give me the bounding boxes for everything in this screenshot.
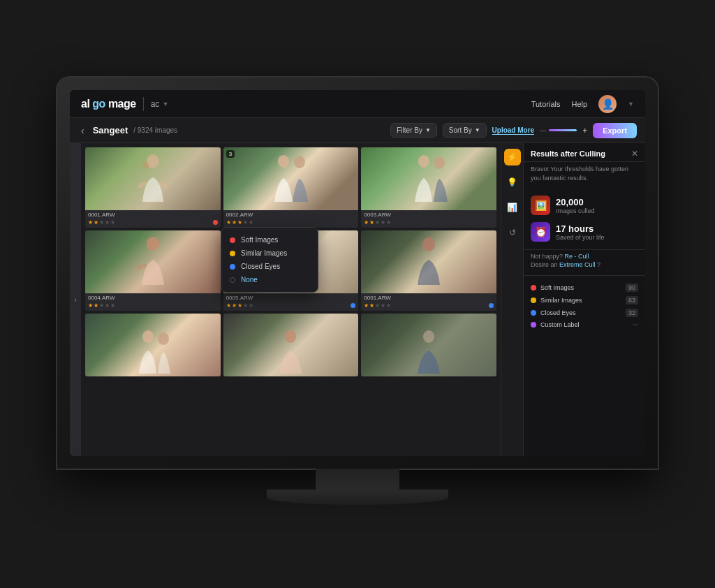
table-row[interactable]	[361, 314, 496, 376]
question-mark: ?	[597, 261, 600, 268]
table-row[interactable]	[85, 314, 221, 376]
table-row[interactable]: 0001.ARW ★ ★ ★ ★ ★	[361, 230, 496, 311]
table-row[interactable]	[223, 314, 359, 376]
sort-button[interactable]: Sort By ▼	[443, 123, 487, 138]
hours-saved-icon: ⏰	[531, 222, 550, 242]
similar-images-name: Similar Images	[540, 297, 621, 304]
sidebar-title: Results after Culling	[531, 149, 605, 158]
star-2: ★	[369, 219, 374, 226]
figure-svg	[408, 328, 450, 374]
dropdown-item-none[interactable]: None	[230, 273, 309, 286]
top-nav: algomage ac ▼ Tutorials Help 👤 ▼	[70, 90, 645, 118]
closed-eyes-dot	[531, 310, 536, 316]
star-rating[interactable]: ★ ★ ★ ★ ★	[226, 302, 253, 309]
dropdown-item-closed[interactable]: Closed Eyes	[230, 260, 309, 273]
chevron-right-icon: ›	[74, 296, 76, 304]
figure-svg	[128, 328, 177, 374]
similar-images-dot	[230, 251, 235, 256]
label-item-closed[interactable]: Closed Eyes 32	[531, 307, 638, 319]
svg-point-9	[422, 237, 435, 251]
table-row[interactable]: 3 0002.ARW ★ ★ ★ ★ ★	[223, 147, 359, 228]
label-item-similar[interactable]: Similar Images 63	[531, 294, 638, 307]
custom-label-count	[633, 324, 638, 325]
filter-label: Filter By	[397, 126, 422, 134]
extreme-cull-link[interactable]: Extreme Cull	[559, 261, 596, 268]
nav-right: Tutorials Help 👤 ▼	[531, 95, 634, 113]
similar-images-dot	[531, 297, 536, 303]
star-2: ★	[232, 302, 237, 309]
right-sidebar: Results after Culling ✕ Bravo! Your thre…	[523, 143, 645, 456]
star-1: ★	[88, 219, 93, 226]
star-4: ★	[243, 219, 248, 226]
icon-bar: ⚡ 💡 📊 ↺	[501, 143, 523, 456]
svg-point-4	[418, 155, 429, 168]
close-button[interactable]: ✕	[631, 149, 638, 159]
chart-button[interactable]: 📊	[504, 199, 521, 216]
star-rating[interactable]: ★ ★ ★ ★ ★	[88, 219, 115, 226]
sort-chevron-icon: ▼	[475, 127, 480, 133]
avatar-chevron-icon[interactable]: ▼	[628, 101, 634, 108]
svg-point-3	[294, 156, 305, 168]
star-rating[interactable]: ★ ★ ★ ★ ★	[88, 302, 115, 309]
back-button[interactable]: ‹	[78, 124, 87, 138]
nav-ac[interactable]: ac ▼	[151, 99, 169, 109]
label-dot	[489, 303, 494, 308]
plus-button[interactable]: +	[582, 126, 587, 135]
label-item-soft[interactable]: Soft Images 90	[531, 281, 638, 294]
star-rating[interactable]: ★ ★ ★ ★ ★	[364, 302, 391, 309]
svg-point-1	[142, 162, 149, 169]
help-link[interactable]: Help	[571, 100, 587, 108]
table-row[interactable]: 0004.ARW ★ ★ ★ ★ ★	[85, 230, 221, 311]
export-button[interactable]: Export	[593, 123, 637, 138]
logo-algo: al	[81, 98, 89, 110]
star-1: ★	[226, 219, 231, 226]
dropdown-item-soft[interactable]: Soft Images	[230, 233, 309, 247]
star-4: ★	[381, 302, 385, 309]
figure-svg	[270, 328, 311, 374]
flash-button[interactable]: ⚡	[504, 149, 521, 166]
filter-dropdown[interactable]: Soft Images Similar Images Closed Eyes	[221, 227, 318, 293]
label-dot	[351, 303, 355, 308]
star-3: ★	[237, 302, 242, 309]
image-footer: ★ ★ ★ ★ ★	[223, 302, 359, 311]
images-culled-value: 20,000	[556, 197, 595, 207]
slider-container: —	[540, 127, 577, 134]
closed-eyes-count: 32	[626, 309, 638, 317]
star-rating[interactable]: ★ ★ ★ ★ ★	[226, 219, 253, 226]
refresh-button[interactable]: ↺	[504, 224, 521, 241]
table-row[interactable]: 0001.ARW ★ ★ ★ ★ ★	[85, 147, 221, 228]
chevron-down-icon: ▼	[162, 101, 168, 108]
tutorials-link[interactable]: Tutorials	[531, 100, 561, 108]
star-5: ★	[386, 302, 391, 309]
svg-point-13	[423, 330, 434, 343]
label-item-custom[interactable]: Custom Label	[531, 319, 638, 330]
star-4: ★	[105, 302, 110, 309]
soft-images-dot	[531, 285, 536, 291]
svg-point-10	[142, 330, 154, 343]
upload-more-button[interactable]: Upload More	[492, 126, 535, 135]
figure-svg	[132, 153, 174, 205]
image-filename: 0003.ARW	[361, 210, 496, 219]
clock-icon: ⏰	[535, 226, 547, 237]
recull-link[interactable]: Re - Cull	[565, 253, 589, 260]
star-rating[interactable]: ★ ★ ★ ★ ★	[364, 219, 391, 226]
side-toggle-button[interactable]: ›	[70, 143, 81, 456]
bulb-button[interactable]: 💡	[504, 174, 521, 191]
flash-icon: ⚡	[507, 152, 517, 162]
avatar[interactable]: 👤	[598, 95, 617, 113]
filter-button[interactable]: Filter By ▼	[390, 123, 437, 138]
table-row[interactable]: 0003.ARW ★ ★ ★ ★ ★	[361, 147, 496, 228]
svg-point-12	[285, 330, 296, 343]
photo-thumbnail	[85, 314, 221, 376]
soft-images-dot	[230, 237, 235, 243]
slider-track[interactable]	[549, 129, 577, 131]
figure-svg	[266, 153, 315, 205]
logo-go: go	[92, 98, 105, 110]
star-3: ★	[375, 302, 380, 309]
project-title: Sangeet	[93, 125, 128, 135]
star-5: ★	[110, 302, 115, 309]
dropdown-item-similar[interactable]: Similar Images	[230, 247, 309, 260]
chart-icon: 📊	[507, 203, 517, 212]
star-3: ★	[237, 219, 242, 226]
star-3: ★	[375, 219, 380, 226]
